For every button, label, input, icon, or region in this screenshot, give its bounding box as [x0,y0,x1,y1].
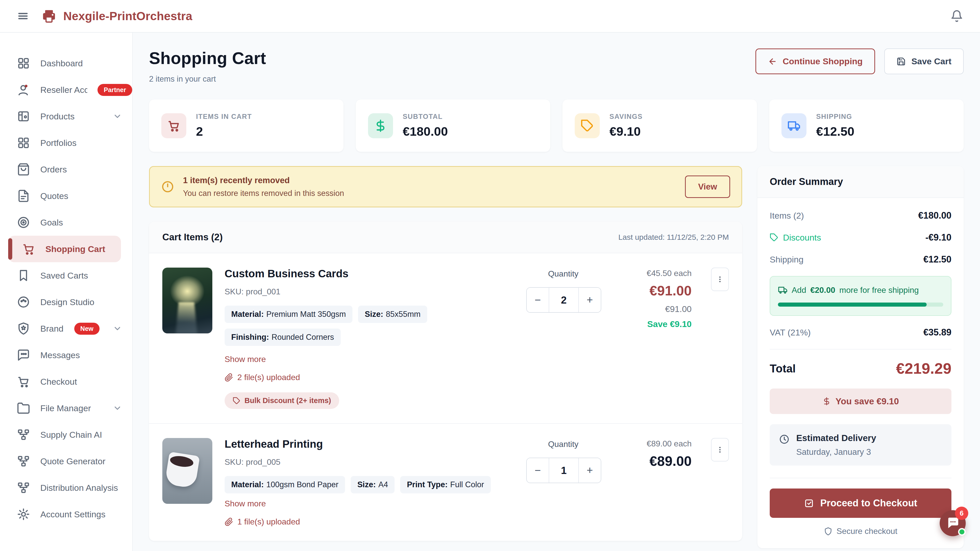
show-more-link[interactable]: Show more [224,354,266,364]
sidebar-item-messages[interactable]: Messages [0,342,132,368]
quantity-stepper: − 2 + [526,287,601,313]
stat-value: €12.50 [816,124,854,138]
chevron-down-icon [113,403,122,413]
sidebar-item-shopping-cart[interactable]: Shopping Cart [8,236,121,262]
clock-alert-icon [161,180,174,193]
cart-items-card: Cart Items (2) Last updated: 11/12/25, 2… [149,222,742,541]
spec-size: Size:85x55mm [358,306,427,323]
sidebar-item-portfolios[interactable]: Portfolios [0,130,132,156]
partner-badge: Partner [97,84,132,96]
tag-icon [575,113,600,138]
sidebar-item-label: Account Settings [40,510,105,519]
sidebar-item-label: Shopping Cart [45,244,105,254]
show-more-link[interactable]: Show more [224,499,266,508]
sidebar-item-label: Saved Carts [40,271,88,281]
tag-icon [770,233,778,242]
dollar-icon [368,113,393,138]
stat-label: SHIPPING [816,113,854,121]
stat-shipping: SHIPPING €12.50 [769,100,964,152]
estimated-delivery-box: Estimated Delivery Saturday, January 3 [770,424,951,465]
sidebar-item-products[interactable]: Products [0,103,132,130]
quantity-label: Quantity [526,440,600,449]
item-menu-button[interactable] [711,268,729,291]
sidebar-item-orders[interactable]: Orders [0,156,132,183]
view-removed-button[interactable]: View [685,176,730,198]
save-cart-button[interactable]: Save Cart [884,48,964,74]
quantity-label: Quantity [526,269,600,279]
files-uploaded-label: 2 file(s) uploaded [237,373,300,382]
sidebar-item-account-settings[interactable]: Account Settings [0,501,132,527]
design-face-icon [17,295,30,309]
gear-icon [17,508,30,521]
app-title: Nexgile-PrintOrchestra [63,9,192,23]
free-shipping-promo: Add €20.00 more for free shipping [770,276,951,316]
sidebar-item-saved-carts[interactable]: Saved Carts [0,262,132,289]
bookmark-icon [17,269,30,282]
chevron-down-icon [113,112,122,121]
price-each: €45.50 each [612,268,692,278]
files-uploaded-link[interactable]: 2 file(s) uploaded [224,373,514,382]
chat-online-dot [958,528,966,536]
paperclip-icon [224,373,233,382]
network-icon [17,481,30,494]
item-menu-button[interactable] [711,438,729,462]
truck-icon [778,285,788,295]
sidebar-item-design-studio[interactable]: Design Studio [0,289,132,315]
network-icon [17,428,30,441]
chat-unread-badge: 6 [955,507,968,520]
sidebar-item-reseller-account[interactable]: Reseller Accc Partner [0,76,132,103]
sidebar-item-distribution-analysis[interactable]: Distribution Analysis [0,475,132,501]
clock-icon [779,433,790,457]
proceed-to-checkout-button[interactable]: Proceed to Checkout [770,489,951,518]
sidebar-item-supply-chain-ai[interactable]: Supply Chain AI [0,421,132,448]
spec-finishing: Finishing:Rounded Corners [224,329,341,346]
stat-items-in-cart: ITEMS IN CART 2 [149,100,344,152]
hamburger-menu-icon[interactable] [17,10,29,22]
continue-shopping-button[interactable]: Continue Shopping [756,48,875,74]
user-icon [17,83,30,97]
chat-bubble-icon [946,516,959,530]
chevron-down-icon [113,324,122,333]
sidebar-item-checkout[interactable]: Checkout [0,368,132,395]
page-title: Shopping Cart [149,48,266,68]
product-name: Letterhead Printing [224,438,514,450]
secure-checkout-note: Secure checkout [770,527,951,536]
checkbox-icon [804,498,814,508]
sidebar-item-goals[interactable]: Goals [0,209,132,236]
spec-material: Material:100gsm Bond Paper [224,476,345,493]
sidebar-item-label: Checkout [40,377,77,387]
sidebar-item-quote-generator[interactable]: Quote Generator [0,448,132,475]
cart-items-heading: Cart Items (2) [162,232,223,243]
chat-fab-button[interactable]: 6 [940,510,966,536]
stat-label: ITEMS IN CART [196,113,252,121]
summary-discounts-row: Discounts -€9.10 [770,232,951,243]
page-header: Shopping Cart 2 items in your cart Conti… [149,48,964,84]
shield-icon [824,527,832,536]
summary-shipping-row: Shipping €12.50 [770,254,951,265]
paperclip-icon [224,518,233,526]
quantity-decrease-button[interactable]: − [527,458,549,483]
spec-print-type: Print Type:Full Color [400,476,490,493]
quantity-increase-button[interactable]: + [579,458,601,483]
quantity-decrease-button[interactable]: − [527,288,549,312]
sidebar-item-quotes[interactable]: Quotes [0,183,132,209]
stat-label: SUBTOTAL [403,113,448,121]
price-save: Save €9.10 [612,319,692,329]
sidebar-item-brand-portal[interactable]: Brand Portal New [0,315,132,342]
folder-icon [17,402,30,415]
network-icon [17,454,30,468]
stat-label: SAVINGS [609,113,643,121]
product-name: Custom Business Cards [224,268,514,280]
notification-bell-icon[interactable] [950,10,963,22]
app-logo: Nexgile-PrintOrchestra [42,9,192,23]
sidebar-item-label: Design Studio [40,297,94,307]
sidebar-item-dashboard[interactable]: Dashboard [0,50,132,76]
quantity-increase-button[interactable]: + [579,288,601,312]
files-uploaded-link[interactable]: 1 file(s) uploaded [224,517,514,527]
bulk-discount-badge: Bulk Discount (2+ items) [224,392,339,409]
sidebar-item-file-manager[interactable]: File Manager [0,395,132,421]
shield-star-icon [17,322,30,335]
spec-size: Size:A4 [351,476,395,493]
summary-total-row: Total €219.29 [770,360,951,377]
cart-item-row: Custom Business Cards SKU: prod_001 Mate… [149,253,742,423]
